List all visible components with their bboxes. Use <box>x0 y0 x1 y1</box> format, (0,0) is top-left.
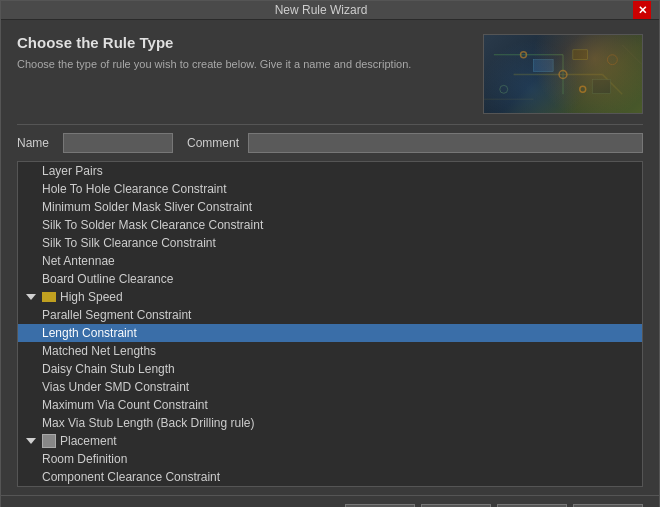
name-comment-row: Name Comment <box>1 125 659 161</box>
list-item-layer-pairs[interactable]: Layer Pairs <box>18 162 642 180</box>
list-item-min-solder-mask[interactable]: Minimum Solder Mask Sliver Constraint <box>18 198 642 216</box>
section-title: Choose the Rule Type <box>17 34 473 51</box>
close-button[interactable]: ✕ <box>633 1 651 19</box>
rule-type-list[interactable]: Layer PairsHole To Hole Clearance Constr… <box>17 161 643 487</box>
svg-point-6 <box>559 71 567 79</box>
svg-point-5 <box>521 52 527 58</box>
list-item-component-clearance[interactable]: Component Clearance Constraint <box>18 468 642 486</box>
svg-line-14 <box>622 45 642 65</box>
pcb-decoration <box>484 35 642 114</box>
name-label: Name <box>17 136 57 150</box>
expand-icon <box>26 438 36 444</box>
svg-point-12 <box>500 85 508 93</box>
list-item-max-via-stub[interactable]: Max Via Stub Length (Back Drilling rule) <box>18 414 642 432</box>
group-header-placement-group[interactable]: Placement <box>18 432 642 450</box>
group-label: Placement <box>60 434 117 448</box>
dialog-title: New Rule Wizard <box>9 3 633 17</box>
svg-line-4 <box>603 75 623 95</box>
pcb-image <box>483 34 643 114</box>
content-area: Choose the Rule Type Choose the type of … <box>1 20 659 495</box>
list-item-hole-to-hole[interactable]: Hole To Hole Clearance Constraint <box>18 180 642 198</box>
expand-icon <box>26 294 36 300</box>
top-text: Choose the Rule Type Choose the type of … <box>17 34 473 114</box>
list-item-daisy-chain[interactable]: Daisy Chain Stub Length <box>18 360 642 378</box>
svg-point-11 <box>607 55 617 65</box>
list-item-parallel-segment[interactable]: Parallel Segment Constraint <box>18 306 642 324</box>
list-item-matched-net[interactable]: Matched Net Lengths <box>18 342 642 360</box>
name-input[interactable] <box>63 133 173 153</box>
list-item-silk-to-silk[interactable]: Silk To Silk Clearance Constraint <box>18 234 642 252</box>
group-label: High Speed <box>60 290 123 304</box>
list-item-silk-to-solder[interactable]: Silk To Solder Mask Clearance Constraint <box>18 216 642 234</box>
svg-point-7 <box>580 86 586 92</box>
footer: Cancel Back Next Finish <box>1 495 659 507</box>
top-section: Choose the Rule Type Choose the type of … <box>1 20 659 124</box>
svg-rect-8 <box>533 60 553 72</box>
svg-rect-0 <box>484 35 642 114</box>
section-description: Choose the type of rule you wish to crea… <box>17 57 473 72</box>
comment-label: Comment <box>187 136 242 150</box>
high-speed-icon <box>42 292 56 302</box>
list-item-board-outline[interactable]: Board Outline Clearance <box>18 270 642 288</box>
list-item-max-via-count[interactable]: Maximum Via Count Constraint <box>18 396 642 414</box>
list-item-room-definition[interactable]: Room Definition <box>18 450 642 468</box>
list-item-vias-under-smd[interactable]: Vias Under SMD Constraint <box>18 378 642 396</box>
list-item-net-antennae[interactable]: Net Antennae <box>18 252 642 270</box>
dialog: New Rule Wizard ✕ Choose the Rule Type C… <box>0 0 660 507</box>
svg-rect-10 <box>593 79 611 93</box>
comment-input[interactable] <box>248 133 643 153</box>
group-header-high-speed-group[interactable]: High Speed <box>18 288 642 306</box>
title-bar: New Rule Wizard ✕ <box>1 1 659 20</box>
placement-icon <box>42 434 56 448</box>
svg-rect-9 <box>573 50 588 60</box>
list-item-length-constraint[interactable]: Length Constraint <box>18 324 642 342</box>
